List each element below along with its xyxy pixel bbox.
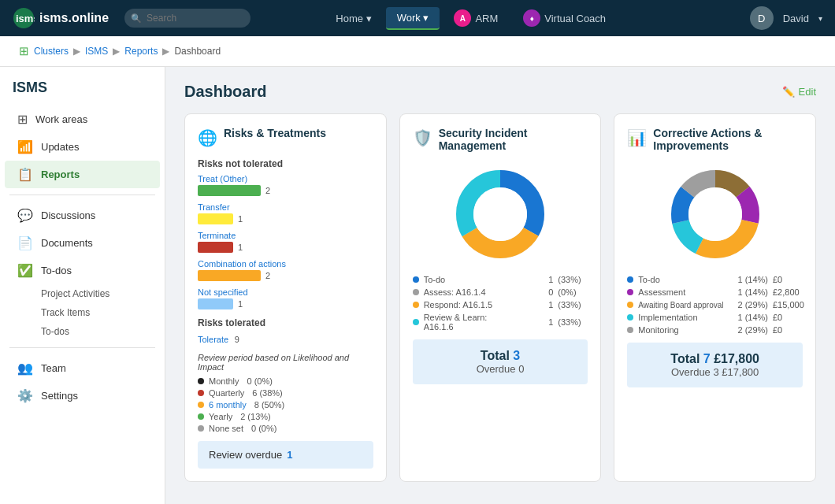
incidents-total-box: Total 3 Overdue 0 <box>413 339 588 384</box>
user-label: David <box>783 13 809 24</box>
incidents-card-header: 🛡️ Security Incident Management <box>413 127 588 152</box>
risks-tolerated-section: Risks tolerated Tolerate 9 <box>198 317 373 345</box>
breadcrumb-icon: ⊞ <box>19 44 29 58</box>
discussions-icon: 💬 <box>17 208 33 223</box>
incidents-review-dot <box>413 319 419 325</box>
bar-treat <box>198 185 261 196</box>
bar-row-terminate: Terminate 1 <box>198 231 373 253</box>
corrective-impl-label: Implementation <box>638 313 732 322</box>
search-input[interactable] <box>124 9 250 28</box>
incidents-todo-label: To-do <box>424 275 518 284</box>
sixmonthly-count: 8 (50%) <box>254 400 285 410</box>
nav-work[interactable]: Work ▾ <box>386 7 440 30</box>
corrective-card-title: Corrective Actions & Improvements <box>653 127 803 152</box>
corrective-todo-amt: £0 <box>773 275 803 284</box>
corrective-legend: To-do 1 (14%) £0 Assessment 1 (14%) £2,8… <box>627 275 803 335</box>
corrective-todo-dot <box>627 276 633 283</box>
sixmonthly-label: 6 monthly <box>209 400 247 410</box>
main-content: Dashboard ✏️ Edit 🌐 Risks & Treatments R… <box>165 67 835 504</box>
legend-monthly: Monthly 0 (0%) <box>198 376 373 386</box>
sidebar-submenu: Project Activities Track Items To-dos <box>0 284 165 341</box>
monthly-count: 0 (0%) <box>247 376 273 386</box>
noneset-label: None set <box>209 424 243 433</box>
documents-icon: 📄 <box>17 235 33 250</box>
risks-tolerated-label: Risks tolerated <box>198 317 373 328</box>
quarterly-count: 6 (38%) <box>252 388 283 398</box>
incidents-card-icon: 🛡️ <box>413 128 432 147</box>
nav-home[interactable]: Home ▾ <box>325 8 382 29</box>
noneset-count: 0 (0%) <box>251 424 276 433</box>
sidebar-item-settings[interactable]: ⚙️ Settings <box>5 382 160 410</box>
incidents-donut <box>413 163 588 265</box>
user-chevron: ▾ <box>818 14 822 23</box>
svg-point-6 <box>473 187 527 241</box>
sidebar-item-discussions[interactable]: 💬 Discussions <box>5 202 160 229</box>
bar-row-transfer: Transfer 1 <box>198 202 373 224</box>
sidebar-label-todos: To-dos <box>41 265 72 276</box>
sidebar-sub-todos[interactable]: To-dos <box>32 322 165 341</box>
layout: ISMS ⊞ Work areas 📶 Updates 📋 Reports 💬 … <box>0 67 835 504</box>
corrective-card-icon: 📊 <box>627 128 647 147</box>
sidebar-item-reports[interactable]: 📋 Reports <box>5 161 160 188</box>
logo-text: isms.online <box>39 11 109 25</box>
risks-card-icon: 🌐 <box>198 128 217 147</box>
breadcrumb-isms[interactable]: ISMS <box>85 46 108 57</box>
corrective-board-count: 2 (29%) <box>737 300 768 309</box>
bar-transfer <box>198 213 233 224</box>
corrective-total-amount: £17,800 <box>714 352 759 365</box>
avatar[interactable]: D <box>750 6 774 30</box>
sidebar-divider-1 <box>9 195 155 195</box>
vc-icon: ♦ <box>523 9 540 27</box>
corrective-todo-count: 1 (14%) <box>737 275 768 284</box>
bar-label-notspecified: Not specified <box>198 287 373 297</box>
corrective-legend-board: Awaiting Board approval 2 (29%) £15,000 <box>627 300 803 309</box>
incidents-respond-label: Respond: A16.1.5 <box>424 300 518 309</box>
bar-row-treat: Treat (Other) 2 <box>198 174 373 196</box>
incidents-legend-todo: To-do 1 (33%) <box>413 275 588 284</box>
edit-button[interactable]: ✏️ Edit <box>782 86 816 98</box>
corrective-impl-dot <box>627 314 633 321</box>
sidebar-sub-project-activities[interactable]: Project Activities <box>32 284 165 303</box>
bar-label-transfer: Transfer <box>198 202 373 212</box>
quarterly-dot <box>198 390 204 396</box>
logo[interactable]: isms isms.online <box>13 7 109 29</box>
tolerate-row: Tolerate 9 <box>198 333 373 345</box>
sidebar-item-team[interactable]: 👥 Team <box>5 354 160 382</box>
sidebar-item-todos[interactable]: ✅ To-dos <box>5 257 160 284</box>
breadcrumb: ⊞ Clusters ▶ ISMS ▶ Reports ▶ Dashboard <box>0 36 835 67</box>
nav-arm[interactable]: A ARM <box>443 5 509 32</box>
corrective-legend-todo: To-do 1 (14%) £0 <box>627 275 803 284</box>
incidents-respond-count: 1 <box>521 300 553 309</box>
settings-icon: ⚙️ <box>17 388 33 403</box>
incidents-card: 🛡️ Security Incident Management <box>399 113 602 482</box>
breadcrumb-reports[interactable]: Reports <box>124 46 158 57</box>
corrective-donut <box>627 163 803 265</box>
sixmonthly-dot <box>198 402 204 408</box>
corrective-assessment-dot <box>627 289 633 295</box>
review-legend: Monthly 0 (0%) Quarterly 6 (38%) 6 month… <box>198 376 373 433</box>
incidents-total-value: 3 <box>513 349 520 362</box>
corrective-impl-count: 1 (14%) <box>737 313 768 322</box>
sidebar-item-workareas[interactable]: ⊞ Work areas <box>5 106 160 133</box>
sidebar-sub-track-items[interactable]: Track Items <box>32 303 165 322</box>
cards-grid: 🌐 Risks & Treatments Risks not tolerated… <box>184 113 816 482</box>
nav-links: Home ▾ Work ▾ A ARM ♦ Virtual Coach <box>325 5 617 32</box>
incidents-total-label: Total <box>481 349 510 362</box>
breadcrumb-current: Dashboard <box>174 46 221 57</box>
yearly-label: Yearly <box>209 412 232 421</box>
bar-label-terminate: Terminate <box>198 231 373 240</box>
breadcrumb-clusters[interactable]: Clusters <box>34 46 69 57</box>
corrective-board-label: Awaiting Board approval <box>638 301 732 309</box>
bar-label-treat: Treat (Other) <box>198 174 373 183</box>
nav-vc[interactable]: ♦ Virtual Coach <box>512 5 617 32</box>
review-overdue-label: Review overdue <box>209 449 282 461</box>
corrective-overdue-amount: £17,800 <box>722 366 759 378</box>
incidents-review-count: 1 <box>521 317 553 327</box>
sidebar-item-updates[interactable]: 📶 Updates <box>5 133 160 161</box>
corrective-overdue-line: Overdue 3 £17,800 <box>636 366 793 378</box>
yearly-count: 2 (13%) <box>240 412 271 421</box>
sidebar-item-documents[interactable]: 📄 Documents <box>5 229 160 257</box>
incidents-card-title: Security Incident Management <box>439 127 588 152</box>
corrective-overdue-value: 3 <box>713 366 722 378</box>
corrective-legend-impl: Implementation 1 (14%) £0 <box>627 313 803 322</box>
